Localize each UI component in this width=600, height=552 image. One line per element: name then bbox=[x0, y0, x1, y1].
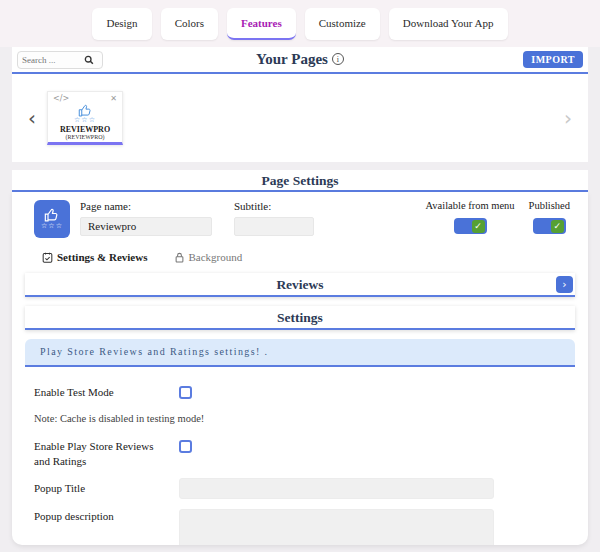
popup-description-textarea[interactable] bbox=[179, 509, 494, 545]
top-tab-bar: Design Colors Features Customize Downloa… bbox=[0, 0, 600, 47]
page-card-subtitle: (REVIEWPRO) bbox=[66, 134, 105, 140]
published-label: Published bbox=[529, 200, 570, 211]
subtab-settings-reviews[interactable]: Settings & Reviews bbox=[42, 251, 147, 263]
tab-design[interactable]: Design bbox=[92, 8, 151, 40]
popup-title-row: Popup Title bbox=[34, 478, 588, 499]
enable-test-mode-label: Enable Test Mode bbox=[34, 385, 179, 400]
enable-reviews-row: Enable Play Store Reviews and Ratings bbox=[34, 439, 588, 469]
info-icon: i bbox=[332, 53, 344, 65]
popup-description-label: Popup description bbox=[34, 509, 179, 524]
check-icon: ✓ bbox=[472, 220, 485, 233]
tab-features[interactable]: Features bbox=[227, 8, 296, 40]
subtitle-label: Subtitle: bbox=[234, 200, 314, 212]
page-settings-panel: ☆☆☆ Page name: Subtitle: Available from … bbox=[12, 192, 588, 545]
available-from-menu-toggle[interactable]: ✓ bbox=[454, 218, 487, 234]
page-meta-row: ☆☆☆ Page name: Subtitle: Available from … bbox=[12, 192, 588, 238]
page-app-icon: ☆☆☆ bbox=[34, 200, 70, 238]
page-settings-title: Page Settings bbox=[12, 170, 588, 192]
carousel-next-icon[interactable]: › bbox=[564, 108, 572, 128]
code-icon[interactable]: </> bbox=[53, 94, 69, 104]
your-pages-section: Your Pagesi IMPORT ‹ </> ✕ ☆☆☆ REVIEWPRO… bbox=[12, 47, 588, 162]
published-toggle[interactable]: ✓ bbox=[533, 218, 566, 234]
popup-description-row: Popup description bbox=[34, 509, 588, 545]
test-mode-note: Note: Cache is disabled in testing mode! bbox=[34, 413, 588, 424]
page-name-input[interactable] bbox=[80, 217, 212, 236]
subtab-background[interactable]: Background bbox=[175, 251, 242, 263]
page-card-actions: </> ✕ bbox=[48, 94, 122, 104]
subtitle-field: Subtitle: bbox=[234, 200, 314, 236]
settings-title: Settings bbox=[277, 310, 323, 325]
subtitle-input[interactable] bbox=[234, 217, 314, 236]
enable-reviews-checkbox[interactable] bbox=[179, 440, 192, 453]
search-input[interactable] bbox=[22, 55, 84, 65]
close-icon[interactable]: ✕ bbox=[110, 94, 117, 104]
enable-reviews-label: Enable Play Store Reviews and Ratings bbox=[34, 439, 179, 469]
tab-customize[interactable]: Customize bbox=[305, 8, 380, 40]
reviews-section-header: Reviews › bbox=[25, 273, 575, 297]
available-from-menu-group: Available from menu ✓ bbox=[426, 200, 515, 234]
carousel-prev-icon[interactable]: ‹ bbox=[28, 108, 36, 128]
stars-icon: ☆☆☆ bbox=[74, 116, 96, 124]
reviews-expand-button[interactable]: › bbox=[556, 276, 573, 293]
tab-download-your-app[interactable]: Download Your App bbox=[389, 8, 508, 40]
subtab-label: Background bbox=[188, 251, 242, 263]
import-button[interactable]: IMPORT bbox=[523, 51, 583, 68]
page-name-field: Page name: bbox=[80, 200, 212, 236]
enable-test-mode-row: Enable Test Mode bbox=[34, 385, 588, 400]
settings-section-header: Settings bbox=[25, 306, 575, 330]
page-name-label: Page name: bbox=[80, 200, 212, 212]
popup-title-input[interactable] bbox=[179, 478, 494, 499]
tab-colors[interactable]: Colors bbox=[161, 8, 218, 40]
info-banner: Play Store Reviews and Ratings settings!… bbox=[25, 339, 575, 367]
check-icon: ✓ bbox=[551, 220, 564, 233]
reviews-title: Reviews bbox=[276, 277, 323, 292]
subtab-label: Settings & Reviews bbox=[57, 251, 147, 263]
page-card-title: REVIEWPRO bbox=[60, 125, 110, 134]
lock-icon bbox=[175, 252, 184, 263]
search-box[interactable] bbox=[17, 51, 103, 69]
enable-test-mode-checkbox[interactable] bbox=[179, 386, 192, 399]
settings-subtabs: Settings & Reviews Background bbox=[12, 238, 588, 263]
your-pages-header: Your Pagesi IMPORT bbox=[12, 47, 588, 74]
page-card-reviewpro[interactable]: </> ✕ ☆☆☆ REVIEWPRO (REVIEWPRO) bbox=[47, 91, 123, 145]
search-icon[interactable] bbox=[84, 55, 94, 65]
page-toggles: Available from menu ✓ Published ✓ bbox=[426, 200, 576, 234]
available-from-menu-label: Available from menu bbox=[426, 200, 515, 211]
pages-carousel: ‹ </> ✕ ☆☆☆ REVIEWPRO (REVIEWPRO) › bbox=[12, 74, 588, 162]
popup-title-label: Popup Title bbox=[34, 481, 179, 496]
stars-icon: ☆☆☆ bbox=[41, 223, 63, 230]
settings-form: Enable Test Mode Note: Cache is disabled… bbox=[12, 367, 588, 545]
published-group: Published ✓ bbox=[529, 200, 570, 234]
clipboard-check-icon bbox=[42, 252, 53, 263]
